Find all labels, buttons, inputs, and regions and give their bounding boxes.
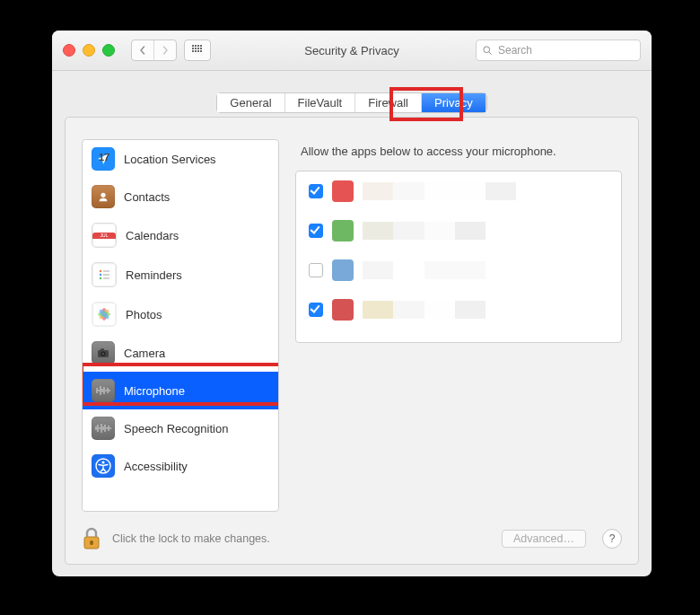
tab-label: General — [230, 96, 271, 110]
sidebar-item-label: Camera — [124, 347, 165, 360]
sidebar-item-reminders[interactable]: Reminders — [83, 255, 278, 294]
app-name-redacted — [363, 261, 608, 279]
sidebar-item-accessibility[interactable]: Accessibility — [83, 447, 278, 485]
panel-columns: Location Services Contacts JUL 17 Cal — [82, 139, 622, 512]
tab-filevault[interactable]: FileVault — [285, 93, 356, 112]
sidebar-item-label: Photos — [126, 308, 162, 321]
sidebar-item-label: Accessibility — [124, 460, 188, 473]
sidebar-item-label: Speech Recognition — [124, 422, 228, 435]
sidebar-item-label: Location Services — [124, 153, 216, 166]
svg-point-2 — [101, 193, 105, 198]
tab-privacy[interactable]: Privacy — [422, 93, 486, 112]
search-field[interactable] — [476, 40, 641, 61]
sidebar-item-camera[interactable]: Camera — [83, 334, 278, 372]
app-name-redacted — [363, 301, 608, 319]
tab-bar: General FileVault Firewall Privacy — [65, 92, 639, 113]
svg-point-7 — [100, 277, 101, 279]
svg-rect-16 — [101, 348, 104, 350]
sidebar-item-label: Calendars — [126, 229, 179, 242]
tab-label: FileVault — [298, 96, 343, 110]
sidebar-item-calendars[interactable]: JUL 17 Calendars — [83, 215, 278, 255]
grid-icon — [192, 45, 203, 56]
window-body: General FileVault Firewall Privacy Locat… — [52, 71, 652, 576]
help-button[interactable]: ? — [602, 529, 622, 549]
right-panel: Allow the apps below to access your micr… — [295, 139, 622, 512]
tab-general[interactable]: General — [217, 93, 284, 112]
sidebar-item-speech-recognition[interactable]: Speech Recognition — [83, 409, 278, 447]
svg-point-5 — [100, 274, 101, 276]
search-input[interactable] — [496, 43, 634, 57]
privacy-category-sidebar: Location Services Contacts JUL 17 Cal — [82, 139, 279, 512]
preferences-panel: Location Services Contacts JUL 17 Cal — [65, 117, 639, 565]
app-permission-list — [295, 171, 622, 343]
tab-label: Firewall — [368, 96, 408, 110]
sidebar-item-microphone[interactable]: Microphone — [83, 372, 278, 409]
preferences-window: Security & Privacy General FileVault Fir… — [52, 31, 652, 576]
svg-point-15 — [102, 353, 104, 355]
app-icon — [332, 180, 354, 202]
titlebar: Security & Privacy — [52, 31, 652, 71]
app-icon — [332, 259, 354, 281]
sidebar-item-label: Contacts — [124, 190, 170, 204]
svg-line-1 — [489, 52, 492, 55]
app-row — [296, 290, 621, 329]
search-icon — [482, 45, 493, 56]
nav-back-forward — [131, 40, 177, 61]
app-name-redacted — [363, 222, 608, 240]
app-row — [296, 211, 621, 250]
svg-point-3 — [100, 270, 101, 272]
sidebar-item-photos[interactable]: Photos — [83, 294, 278, 334]
contacts-icon — [92, 185, 115, 208]
lock-hint-text: Click the lock to make changes. — [112, 532, 270, 545]
sidebar-item-label: Reminders — [126, 268, 182, 282]
forward-button[interactable] — [153, 40, 176, 60]
accessibility-icon — [92, 454, 115, 478]
tab-label: Privacy — [434, 96, 473, 110]
photos-icon — [92, 302, 117, 327]
right-panel-heading: Allow the apps below to access your micr… — [295, 139, 622, 171]
lock-icon[interactable] — [82, 526, 103, 551]
panel-footer: Click the lock to make changes. Advanced… — [82, 512, 622, 551]
show-all-button[interactable] — [184, 40, 211, 61]
advanced-button[interactable]: Advanced… — [502, 530, 586, 548]
tab-firewall[interactable]: Firewall — [355, 93, 422, 112]
svg-point-37 — [101, 461, 104, 463]
app-name-redacted — [363, 182, 608, 200]
window-controls — [63, 44, 115, 57]
segmented-control: General FileVault Firewall Privacy — [216, 92, 486, 113]
app-row — [296, 171, 621, 211]
minimize-window-button[interactable] — [83, 44, 95, 57]
camera-icon — [92, 341, 115, 365]
svg-rect-39 — [90, 540, 92, 545]
sidebar-item-contacts[interactable]: Contacts — [83, 178, 278, 215]
sidebar-item-label: Microphone — [124, 384, 185, 398]
microphone-icon — [92, 379, 115, 402]
zoom-window-button[interactable] — [102, 44, 115, 57]
app-permission-checkbox[interactable] — [309, 184, 323, 198]
app-row — [296, 250, 621, 290]
speech-icon — [92, 417, 115, 440]
app-permission-checkbox[interactable] — [309, 224, 323, 238]
reminders-icon — [92, 262, 117, 287]
back-button[interactable] — [132, 40, 153, 60]
app-icon — [332, 299, 354, 321]
calendar-icon: JUL 17 — [92, 223, 117, 248]
app-permission-checkbox[interactable] — [309, 263, 323, 277]
app-permission-checkbox[interactable] — [309, 303, 323, 317]
app-icon — [332, 220, 354, 242]
close-window-button[interactable] — [63, 44, 75, 57]
